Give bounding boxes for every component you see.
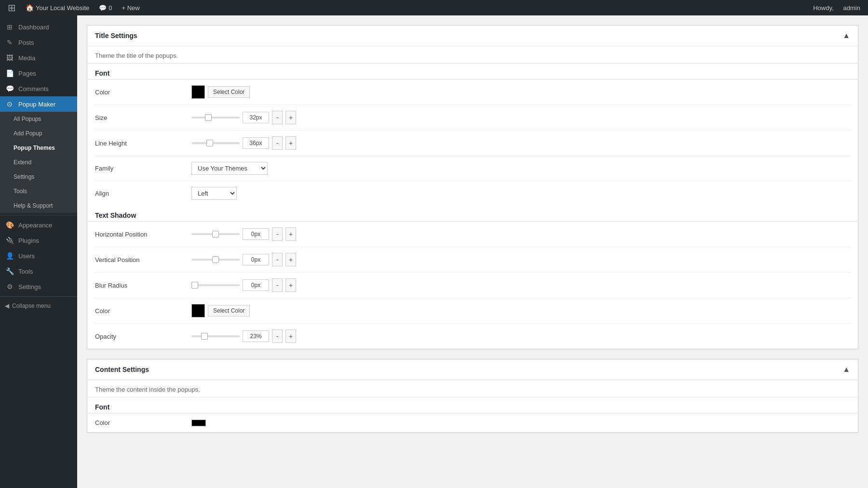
sidebar-item-tools-sub[interactable]: Tools [0,184,77,198]
font-size-slider[interactable] [191,117,240,119]
shadow-blur-input[interactable] [243,279,269,291]
font-size-decrement-btn[interactable]: - [272,111,283,124]
sidebar-item-dashboard[interactable]: ⊞ Dashboard [0,19,77,35]
shadow-v-pos-slider[interactable] [191,259,240,261]
font-line-height-slider[interactable] [191,142,240,144]
site-name-label: Your Local Website [36,4,89,12]
sidebar-item-all-popups[interactable]: All Popups [0,112,77,126]
popup-maker-icon: ⊙ [5,100,14,108]
sidebar-item-users[interactable]: 👤 Users [0,248,77,264]
collapse-menu-btn[interactable]: ◀ Collapse menu [0,299,77,313]
adminbar-site-name[interactable]: 🏠 Your Local Website [22,0,93,15]
shadow-blur-increment-btn[interactable]: + [285,278,296,292]
extend-label: Extend [14,159,31,166]
font-align-label: Align [95,190,191,197]
sidebar-item-appearance[interactable]: 🎨 Appearance [0,217,77,233]
content-settings-section: Content Settings ▲ Theme the content ins… [87,359,858,433]
shadow-blur-decrement-btn[interactable]: - [272,278,283,292]
title-settings-collapse-btn[interactable]: ▲ [842,31,850,40]
shadow-opacity-increment-btn[interactable]: + [285,330,296,343]
sidebar-item-posts[interactable]: ✎ Posts [0,35,77,50]
font-color-swatch[interactable] [191,85,205,99]
adminbar-new[interactable]: + New [118,0,144,15]
font-family-row: Family Use Your Themes Arial Georgia Ver… [95,156,850,181]
shadow-blur-slider[interactable] [191,284,240,286]
font-family-select[interactable]: Use Your Themes Arial Georgia Verdana [191,162,268,175]
sidebar-item-media[interactable]: 🖼 Media [0,50,77,66]
font-size-row: Size - + [95,105,850,131]
shadow-h-pos-input[interactable] [243,228,269,240]
font-line-height-control: - + [191,136,296,150]
font-line-height-decrement-btn[interactable]: - [272,136,283,150]
shadow-h-pos-decrement-btn[interactable]: - [272,227,283,241]
font-align-select[interactable]: Left Center Right [191,187,237,200]
font-line-height-input[interactable] [243,137,269,149]
content-font-form-table: Color [87,413,858,432]
sidebar-item-plugins[interactable]: 🔌 Plugins [0,233,77,248]
shadow-opacity-input[interactable] [243,330,269,342]
title-settings-description: Theme the title of the popups. [87,46,858,64]
sidebar-label-comments: Comments [18,85,49,92]
sidebar-label-appearance: Appearance [18,222,52,229]
shadow-blur-control: - + [191,278,296,292]
settings-icon: ⚙ [5,283,14,290]
sidebar-item-tools[interactable]: 🔧 Tools [0,264,77,279]
font-size-input[interactable] [243,112,269,123]
howdy-text: Howdy, [809,4,837,12]
content-settings-header: Content Settings ▲ [87,359,858,380]
wp-layout: ⊞ Dashboard ✎ Posts 🖼 Media 📄 Pages 💬 Co… [0,15,868,488]
adminbar-wp-logo[interactable]: ⊞ [4,0,20,15]
sidebar-item-popup-maker[interactable]: ⊙ Popup Maker [0,96,77,112]
tools-sub-label: Tools [14,188,27,195]
shadow-h-pos-slider[interactable] [191,233,240,235]
popup-themes-label: Popup Themes [14,145,55,151]
shadow-v-pos-input[interactable] [243,254,269,265]
popup-maker-submenu: All Popups Add Popup Popup Themes Extend… [0,112,77,213]
content-font-label-text: Font [95,403,109,411]
adminbar-comments[interactable]: 💬 0 [95,0,116,15]
sidebar-item-help-support[interactable]: Help & Support [0,198,77,213]
site-icon: 🏠 [26,4,34,12]
help-support-label: Help & Support [14,202,53,209]
font-line-height-increment-btn[interactable]: + [285,136,296,150]
content-settings-collapse-btn[interactable]: ▲ [842,365,850,374]
shadow-opacity-label: Opacity [95,333,191,340]
shadow-opacity-slider[interactable] [191,335,240,337]
shadow-blur-row: Blur Radius - + [95,273,850,298]
comments-count: 0 [108,4,112,12]
sidebar-item-comments[interactable]: 💬 Comments [0,81,77,96]
sidebar-label-tools: Tools [18,268,33,275]
shadow-v-pos-increment-btn[interactable]: + [285,253,296,266]
sidebar-item-popup-themes[interactable]: Popup Themes [0,141,77,155]
text-shadow-sub-section-label: Text Shadow [87,206,858,222]
shadow-color-row: Color Select Color [95,298,850,324]
content-font-sub-label: Font [87,397,858,413]
shadow-h-pos-increment-btn[interactable]: + [285,227,296,241]
shadow-opacity-decrement-btn[interactable]: - [272,330,283,343]
sidebar-item-pages[interactable]: 📄 Pages [0,66,77,81]
shadow-v-pos-decrement-btn[interactable]: - [272,253,283,266]
appearance-icon: 🎨 [5,221,14,229]
font-family-control: Use Your Themes Arial Georgia Verdana [191,162,268,175]
font-size-increment-btn[interactable]: + [285,111,296,124]
shadow-color-select-btn[interactable]: Select Color [208,305,250,317]
font-color-control: Select Color [191,85,250,99]
sidebar-item-extend[interactable]: Extend [0,155,77,170]
sidebar-item-settings-sub[interactable]: Settings [0,170,77,184]
tools-icon: 🔧 [5,267,14,275]
shadow-color-swatch[interactable] [191,304,205,317]
sidebar-label-users: Users [18,252,35,260]
content-font-color-swatch[interactable] [191,420,206,426]
sidebar-item-add-popup[interactable]: Add Popup [0,126,77,141]
sidebar-label-popup-maker: Popup Maker [18,101,55,108]
font-color-select-btn[interactable]: Select Color [208,86,250,98]
dashboard-icon: ⊞ [5,23,14,31]
shadow-h-pos-row: Horizontal Position - + [95,222,850,247]
content-font-color-row: Color [95,413,850,432]
title-settings-section: Title Settings ▲ Theme the title of the … [87,25,858,349]
text-shadow-label-text: Text Shadow [95,211,136,219]
main-content: Title Settings ▲ Theme the title of the … [77,15,868,488]
sidebar-item-settings[interactable]: ⚙ Settings [0,279,77,294]
adminbar-user[interactable]: admin [840,0,864,15]
shadow-h-pos-control: - + [191,227,296,241]
